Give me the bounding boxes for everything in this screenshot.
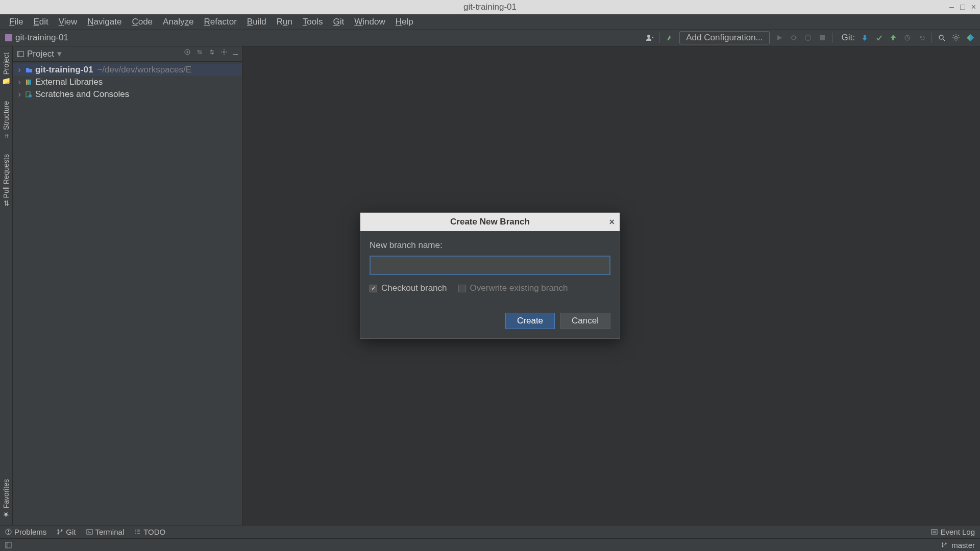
menu-navigate[interactable]: Navigate <box>82 15 127 29</box>
separator <box>659 33 660 43</box>
tab-label: TODO <box>143 528 165 536</box>
window-controls: – □ × <box>949 3 976 12</box>
tab-label: Event Log <box>940 528 975 536</box>
git-commit-icon[interactable] <box>874 33 884 42</box>
folder-icon <box>25 66 33 74</box>
tree-external-libs[interactable]: › External Libraries <box>13 76 242 88</box>
current-branch[interactable]: master <box>951 541 975 549</box>
run-icon[interactable] <box>775 33 784 42</box>
sidebar-view-selector[interactable]: Project ▾ <box>17 48 62 59</box>
branch-icon <box>941 542 947 548</box>
tab-todo[interactable]: TODO <box>134 528 165 536</box>
tree-root[interactable]: › git-training-01 ~/dev/dev/workspaces/E <box>13 64 242 76</box>
todo-icon <box>134 529 141 535</box>
svg-point-18 <box>29 94 32 97</box>
svg-rect-16 <box>30 80 31 85</box>
checkbox-checked-icon: ✓ <box>370 285 377 292</box>
branch-name-label: New branch name: <box>370 240 610 251</box>
git-push-icon[interactable] <box>889 33 898 42</box>
svg-point-0 <box>647 35 650 38</box>
settings-icon[interactable] <box>951 33 961 42</box>
git-history-icon[interactable] <box>903 33 912 42</box>
create-button[interactable]: Create <box>505 313 555 329</box>
tab-terminal[interactable]: Terminal <box>86 528 125 536</box>
tree-item-label: Scratches and Consoles <box>35 89 129 99</box>
collapse-all-icon[interactable] <box>208 48 215 59</box>
tab-problems[interactable]: Problems <box>5 528 46 536</box>
sidebar-settings-icon[interactable] <box>220 48 228 59</box>
coverage-icon[interactable] <box>803 33 813 42</box>
branch-name-input[interactable] <box>370 256 610 275</box>
git-update-icon[interactable] <box>860 33 869 42</box>
git-rollback-icon[interactable] <box>917 33 926 42</box>
expand-all-icon[interactable] <box>196 48 203 59</box>
tab-event-log[interactable]: Event Log <box>931 528 975 536</box>
svg-point-8 <box>955 37 958 39</box>
menu-file[interactable]: File <box>4 15 28 29</box>
minimize-icon[interactable]: – <box>949 3 954 12</box>
tab-label: Problems <box>14 528 46 536</box>
chevron-down-icon: ▾ <box>57 48 62 59</box>
dialog-titlebar: Create New Branch × <box>360 213 620 231</box>
menu-help[interactable]: Help <box>390 15 419 29</box>
overwrite-branch-checkbox: Overwrite existing branch <box>458 283 568 293</box>
terminal-icon <box>86 529 93 535</box>
tab-label: Terminal <box>95 528 125 536</box>
menu-window[interactable]: Window <box>349 15 390 29</box>
sidebar-title: Project <box>27 49 54 59</box>
svg-point-13 <box>223 51 225 53</box>
run-configuration-selector[interactable]: Add Configuration... <box>679 31 769 44</box>
checkout-branch-checkbox[interactable]: ✓ Checkout branch <box>370 283 447 293</box>
breadcrumb-project[interactable]: git-training-01 <box>15 33 68 43</box>
cancel-button[interactable]: Cancel <box>560 313 610 329</box>
hide-icon[interactable]: – <box>233 48 238 59</box>
svg-rect-26 <box>932 530 937 534</box>
gutter-structure[interactable]: ⌗Structure <box>2 101 10 139</box>
library-icon <box>25 79 33 86</box>
tree-scratches[interactable]: › Scratches and Consoles <box>13 88 242 101</box>
svg-rect-10 <box>17 52 19 57</box>
menu-tools[interactable]: Tools <box>298 15 328 29</box>
menu-analyze[interactable]: Analyze <box>158 15 199 29</box>
svg-line-7 <box>943 39 945 41</box>
search-icon[interactable] <box>937 33 946 42</box>
window-title: git-training-01 <box>463 2 517 12</box>
project-tree: › git-training-01 ~/dev/dev/workspaces/E… <box>13 62 242 103</box>
tab-label: Git <box>66 528 76 536</box>
locate-icon[interactable] <box>184 48 191 59</box>
close-window-icon[interactable]: × <box>971 3 976 12</box>
close-icon[interactable]: × <box>609 217 615 228</box>
menu-view[interactable]: View <box>54 15 83 29</box>
toolbar: git-training-01 Add Configuration... Git… <box>0 30 980 46</box>
stop-icon[interactable] <box>818 33 827 42</box>
menu-run[interactable]: Run <box>272 15 298 29</box>
scratch-icon <box>25 91 33 98</box>
menu-bar: File Edit View Navigate Code Analyze Ref… <box>0 14 980 30</box>
debug-icon[interactable] <box>789 33 798 42</box>
chevron-right-icon[interactable]: › <box>16 77 23 87</box>
tab-git[interactable]: Git <box>57 528 76 536</box>
left-gutter: 📁Project ⌗Structure ⇄Pull Requests ★Favo… <box>0 46 13 525</box>
menu-code[interactable]: Code <box>127 15 158 29</box>
menu-git[interactable]: Git <box>328 15 350 29</box>
sidebar-header: Project ▾ – <box>13 46 242 62</box>
gutter-project[interactable]: 📁Project <box>2 53 10 86</box>
user-icon[interactable] <box>645 33 654 42</box>
gutter-favorites[interactable]: ★Favorites <box>2 479 10 519</box>
checkbox-label: Overwrite existing branch <box>470 283 568 293</box>
menu-edit[interactable]: Edit <box>28 15 53 29</box>
chevron-right-icon[interactable]: › <box>16 89 23 99</box>
build-icon[interactable] <box>665 33 674 42</box>
gutter-pull-requests[interactable]: ⇄Pull Requests <box>2 154 10 206</box>
window-titlebar: git-training-01 – □ × <box>0 0 980 14</box>
dialog-title: Create New Branch <box>450 217 530 227</box>
tool-window-toggle-icon[interactable] <box>5 542 12 548</box>
chevron-right-icon[interactable]: › <box>16 65 23 75</box>
menu-build[interactable]: Build <box>242 15 272 29</box>
git-label: Git: <box>842 33 855 43</box>
project-tool-icon <box>17 51 24 58</box>
menu-refactor[interactable]: Refactor <box>199 15 242 29</box>
maximize-icon[interactable]: □ <box>960 3 965 12</box>
svg-point-21 <box>8 533 9 534</box>
ide-logo-icon[interactable] <box>966 33 975 42</box>
